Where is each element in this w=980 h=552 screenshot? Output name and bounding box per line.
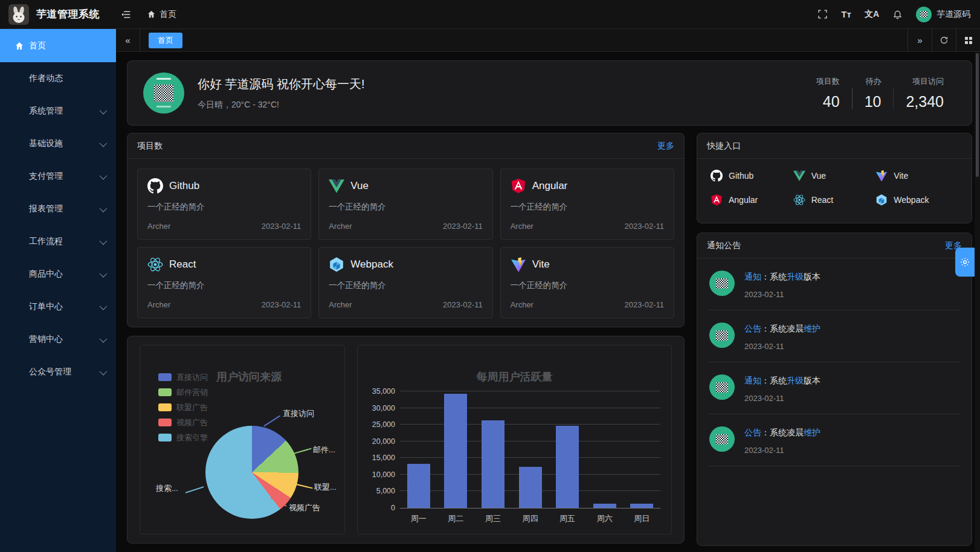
bar[interactable] [593, 504, 616, 508]
project-author: Archer [147, 222, 170, 231]
pie-slice-label: 邮件... [313, 444, 335, 455]
tabs-scroll-left-button[interactable]: « [116, 29, 140, 51]
sidebar-item[interactable]: 营销中心 [0, 323, 116, 356]
project-card[interactable]: Webpack 一个正经的简介 Archer 2023-02-11 [318, 247, 492, 318]
sidebar-item[interactable]: 基础设施 [0, 127, 116, 160]
breadcrumb[interactable]: 首页 [147, 9, 176, 20]
sidebar-item[interactable]: 工作流程 [0, 225, 116, 258]
legend-item[interactable]: 搜索引擎 [158, 430, 208, 445]
locale-button[interactable]: 文A [865, 9, 879, 20]
fold-sidebar-button[interactable] [120, 9, 131, 20]
greeting-stats: 项目数 40 待办 10 项目访问 2,340 [804, 76, 956, 111]
y-axis-tick-label: 35,000 [372, 387, 395, 396]
notice-item[interactable]: 公告：系统凌晨维护 2023-02-11 [708, 414, 961, 466]
sidebar-item[interactable]: 支付管理 [0, 160, 116, 193]
shortcut-item[interactable]: Vue [793, 170, 876, 182]
tabs-menu-button[interactable] [956, 29, 980, 51]
legend-label: 联盟广告 [176, 402, 208, 413]
tab-home[interactable]: 首页 [149, 33, 182, 48]
chevron-down-icon [100, 269, 108, 277]
project-card[interactable]: Vue 一个正经的简介 Archer 2023-02-11 [318, 168, 492, 240]
projects-card-title: 项目数 [137, 141, 163, 152]
shortcut-item[interactable]: Vite [875, 170, 958, 182]
project-card[interactable]: Vite 一个正经的简介 Archer 2023-02-11 [500, 247, 674, 318]
projects-more-link[interactable]: 更多 [657, 141, 674, 152]
project-name: Angular [532, 180, 568, 192]
stat-label: 项目访问 [906, 76, 944, 87]
github-icon [711, 170, 723, 182]
angular-icon [711, 194, 723, 206]
project-card[interactable]: Angular 一个正经的简介 Archer 2023-02-11 [500, 168, 674, 240]
greeting-card: 你好 芋道源码 祝你开心每一天! 今日晴，20°C - 32°C! 项目数 40… [127, 60, 972, 126]
font-size-button[interactable]: Tт [841, 9, 851, 19]
x-axis-tick-label: 周五 [559, 513, 575, 524]
legend-item[interactable]: 视频广告 [158, 415, 208, 430]
legend-item[interactable]: 联盟广告 [158, 400, 208, 415]
webpack-icon [875, 194, 888, 206]
legend-swatch [158, 388, 172, 396]
notice-item[interactable]: 通知：系统升级版本 2023-02-11 [708, 258, 961, 310]
refresh-tab-button[interactable] [932, 29, 956, 51]
sidebar-item-label: 商品中心 [29, 269, 63, 280]
legend-item[interactable]: 邮件营销 [158, 385, 208, 400]
chevron-down-icon [100, 204, 108, 212]
chevron-down-icon [100, 139, 108, 147]
notices-card: 通知公告 更多 通知：系统升级版本 2023-02-11 [697, 233, 972, 546]
project-author: Archer [329, 222, 352, 231]
stat-value: 10 [865, 93, 882, 111]
sidebar-item[interactable]: 公众号管理 [0, 356, 116, 388]
bar[interactable] [556, 426, 579, 508]
notifications-button[interactable] [892, 9, 903, 19]
sidebar: 首页 作者动态 系统管理 基础设施 支付管理 报表管理 [0, 29, 116, 552]
sidebar-item-label: 作者动态 [29, 73, 63, 84]
bar[interactable] [444, 394, 467, 508]
projects-card: 项目数 更多 Github 一个正经的简介 [127, 133, 685, 327]
legend-label: 直接访问 [176, 372, 208, 383]
sidebar-item[interactable]: 商品中心 [0, 258, 116, 290]
app-logo[interactable] [8, 4, 29, 25]
sidebar-item[interactable]: 首页 [0, 29, 116, 62]
theme-settings-button[interactable] [955, 248, 975, 277]
legend-item[interactable]: 直接访问 [158, 370, 208, 385]
shortcut-label: Webpack [894, 195, 929, 205]
sidebar-item-label: 工作流程 [29, 236, 63, 247]
chevron-down-icon [100, 367, 108, 375]
shortcut-item[interactable]: React [793, 194, 876, 206]
charts-card: 用户访问来源 直接访问邮件营销联盟广告视频广告搜索引擎 直接访问邮件...联盟.… [127, 336, 685, 544]
pie-chart: 用户访问来源 直接访问邮件营销联盟广告视频广告搜索引擎 直接访问邮件...联盟.… [140, 345, 345, 534]
scrollbar[interactable] [975, 52, 980, 552]
scrollbar-thumb[interactable] [976, 53, 979, 177]
shortcut-item[interactable]: Angular [711, 194, 793, 206]
vue-icon [793, 170, 805, 182]
sidebar-item[interactable]: 报表管理 [0, 193, 116, 225]
rabbit-logo-icon [8, 4, 29, 25]
topbar-actions: Tт 文A 芋道源码 [817, 7, 970, 22]
y-axis-tick-label: 25,000 [372, 420, 395, 429]
sidebar-item[interactable]: 作者动态 [0, 62, 116, 95]
project-card[interactable]: Github 一个正经的简介 Archer 2023-02-11 [137, 168, 311, 240]
legend-swatch [158, 373, 172, 381]
shortcut-label: Vue [811, 171, 826, 181]
y-axis-tick-label: 20,000 [372, 437, 395, 446]
notices-list: 通知：系统升级版本 2023-02-11 公告：系统凌晨维护 2023-02-1… [697, 258, 972, 466]
bar[interactable] [407, 464, 430, 508]
notice-item[interactable]: 公告：系统凌晨维护 2023-02-11 [708, 310, 961, 362]
stat-label: 待办 [865, 76, 882, 87]
chevron-down-icon [100, 106, 108, 114]
sidebar-item[interactable]: 系统管理 [0, 95, 116, 127]
webpack-icon [329, 257, 344, 272]
fullscreen-button[interactable] [817, 9, 828, 19]
notice-item[interactable]: 通知：系统升级版本 2023-02-11 [708, 362, 961, 414]
bar[interactable] [630, 504, 653, 508]
home-icon [147, 10, 156, 19]
pie-label-line [295, 484, 313, 489]
user-menu[interactable]: 芋道源码 [916, 7, 970, 22]
shortcut-item[interactable]: Webpack [875, 194, 958, 206]
project-card[interactable]: React 一个正经的简介 Archer 2023-02-11 [137, 247, 311, 318]
sidebar-item[interactable]: 订单中心 [0, 290, 116, 323]
x-axis-tick-label: 周日 [634, 513, 650, 524]
bar[interactable] [482, 420, 505, 508]
bar[interactable] [519, 467, 542, 508]
shortcut-item[interactable]: Github [711, 170, 793, 182]
tabs-scroll-right-button[interactable]: » [907, 29, 932, 51]
